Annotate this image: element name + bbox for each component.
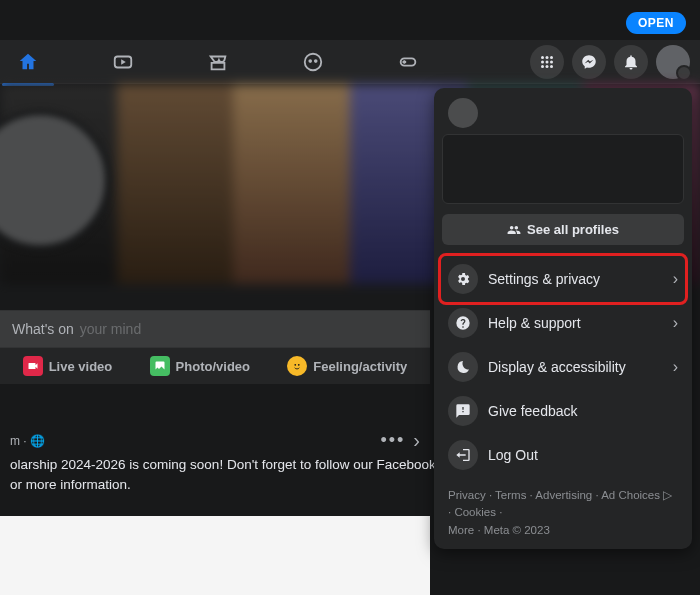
top-navbar	[0, 40, 700, 84]
svg-point-11	[541, 65, 544, 68]
composer-input[interactable]: What's on your mind	[0, 311, 430, 348]
photo-icon	[150, 356, 170, 376]
home-icon	[17, 51, 39, 73]
menu-profile-card[interactable]	[442, 134, 684, 204]
nav-right	[530, 45, 690, 79]
composer-live-button[interactable]: Live video	[23, 356, 113, 376]
menu-avatar[interactable]	[448, 98, 478, 128]
messenger-button[interactable]	[572, 45, 606, 79]
composer-photo-button[interactable]: Photo/video	[150, 356, 250, 376]
svg-point-6	[546, 56, 549, 59]
gear-icon	[448, 264, 478, 294]
help-icon	[448, 308, 478, 338]
messenger-icon	[580, 53, 598, 71]
nav-watch[interactable]	[103, 40, 143, 84]
composer-live-label: Live video	[49, 359, 113, 374]
composer-prompt-suffix: your mind	[80, 321, 141, 337]
post-more-button[interactable]: •••	[380, 430, 405, 451]
feedback-icon	[448, 396, 478, 426]
svg-point-3	[314, 59, 318, 63]
see-all-profiles-label: See all profiles	[527, 222, 619, 237]
notifications-button[interactable]	[614, 45, 648, 79]
post-text-line1: olarship 2024-2026 is coming soon! Don't…	[10, 457, 496, 472]
account-menu: See all profiles Settings & privacy › He…	[434, 88, 692, 549]
gaming-icon	[397, 51, 419, 73]
post-next-button[interactable]: ›	[413, 429, 420, 452]
svg-point-10	[550, 60, 553, 63]
menu-settings-label: Settings & privacy	[488, 271, 600, 287]
svg-point-13	[550, 65, 553, 68]
chevron-right-icon: ›	[673, 314, 678, 332]
menu-display-accessibility[interactable]: Display & accessibility ›	[442, 345, 684, 389]
composer: What's on your mind Live video Photo/vid…	[0, 310, 430, 384]
svg-point-1	[305, 53, 322, 70]
composer-feeling-button[interactable]: Feeling/activity	[287, 356, 407, 376]
post-image[interactable]	[0, 516, 430, 595]
logout-icon	[448, 440, 478, 470]
marketplace-icon	[207, 51, 229, 73]
svg-point-2	[308, 59, 312, 63]
chevron-right-icon: ›	[673, 358, 678, 376]
svg-point-15	[298, 364, 300, 366]
menu-grid-button[interactable]	[530, 45, 564, 79]
account-button[interactable]	[656, 45, 690, 79]
footer-privacy[interactable]: Privacy	[448, 489, 495, 501]
nav-marketplace[interactable]	[198, 40, 238, 84]
menu-give-feedback[interactable]: Give feedback	[442, 389, 684, 433]
nav-tabs	[8, 40, 428, 84]
menu-footer: PrivacyTermsAdvertisingAd Choices ▷Cooki…	[442, 487, 684, 539]
profiles-icon	[507, 223, 521, 237]
menu-log-out[interactable]: Log Out	[442, 433, 684, 477]
footer-more[interactable]: More	[448, 524, 484, 536]
svg-point-9	[546, 60, 549, 63]
post-timestamp: m · 🌐	[10, 434, 45, 448]
grid-icon	[538, 53, 556, 71]
open-app-button[interactable]: OPEN	[626, 12, 686, 34]
composer-photo-label: Photo/video	[176, 359, 250, 374]
menu-settings-privacy[interactable]: Settings & privacy ›	[442, 257, 684, 301]
live-icon	[23, 356, 43, 376]
footer-meta: Meta © 2023	[484, 524, 550, 536]
svg-point-12	[546, 65, 549, 68]
menu-feedback-label: Give feedback	[488, 403, 578, 419]
feeling-icon	[287, 356, 307, 376]
chevron-right-icon: ›	[673, 270, 678, 288]
nav-groups[interactable]	[293, 40, 333, 84]
post-text-line2: or more information.	[10, 477, 131, 492]
footer-advertising[interactable]: Advertising	[535, 489, 601, 501]
svg-point-5	[541, 56, 544, 59]
menu-help-support[interactable]: Help & support ›	[442, 301, 684, 345]
composer-feeling-label: Feeling/activity	[313, 359, 407, 374]
svg-point-14	[295, 364, 297, 366]
nav-gaming[interactable]	[388, 40, 428, 84]
nav-home[interactable]	[8, 40, 48, 84]
composer-prompt-prefix: What's on	[12, 321, 74, 337]
watch-icon	[112, 51, 134, 73]
svg-point-7	[550, 56, 553, 59]
composer-actions: Live video Photo/video Feeling/activity	[0, 348, 430, 384]
post-meta-row: m · 🌐 ••• ›	[0, 425, 430, 456]
see-all-profiles-button[interactable]: See all profiles	[442, 214, 684, 245]
groups-icon	[302, 51, 324, 73]
menu-display-label: Display & accessibility	[488, 359, 626, 375]
footer-cookies[interactable]: Cookies	[454, 506, 502, 518]
menu-logout-label: Log Out	[488, 447, 538, 463]
bell-icon	[622, 53, 640, 71]
svg-point-8	[541, 60, 544, 63]
moon-icon	[448, 352, 478, 382]
menu-help-label: Help & support	[488, 315, 581, 331]
footer-terms[interactable]: Terms	[495, 489, 535, 501]
